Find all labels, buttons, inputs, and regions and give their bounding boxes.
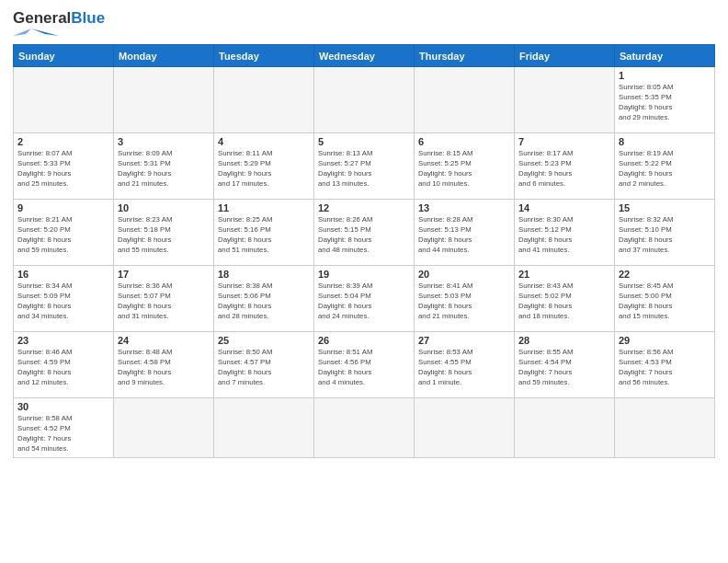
calendar-cell (114, 67, 214, 133)
day-number: 17 (118, 269, 210, 280)
header: GeneralBlue (13, 9, 715, 39)
day-number: 4 (218, 136, 310, 147)
day-info: Sunrise: 8:21 AM Sunset: 5:20 PM Dayligh… (17, 215, 109, 256)
day-number: 5 (318, 136, 410, 147)
page: GeneralBlue Sunday Monday Tuesday Wednes… (0, 0, 728, 563)
day-number: 26 (318, 335, 410, 346)
calendar-cell (615, 398, 715, 458)
day-info: Sunrise: 8:48 AM Sunset: 4:58 PM Dayligh… (118, 348, 210, 388)
day-info: Sunrise: 8:45 AM Sunset: 5:00 PM Dayligh… (619, 282, 711, 322)
day-number: 11 (218, 202, 310, 213)
col-friday: Friday (515, 45, 615, 67)
day-info: Sunrise: 8:41 AM Sunset: 5:03 PM Dayligh… (418, 282, 510, 322)
calendar-cell: 13Sunrise: 8:28 AM Sunset: 5:13 PM Dayli… (415, 200, 515, 266)
calendar-cell: 1Sunrise: 8:05 AM Sunset: 5:35 PM Daylig… (615, 67, 715, 133)
day-number: 18 (218, 269, 310, 280)
calendar-cell: 29Sunrise: 8:56 AM Sunset: 4:53 PM Dayli… (615, 332, 715, 398)
day-info: Sunrise: 8:26 AM Sunset: 5:15 PM Dayligh… (318, 215, 410, 256)
calendar-cell: 22Sunrise: 8:45 AM Sunset: 5:00 PM Dayli… (615, 266, 715, 332)
day-info: Sunrise: 8:34 AM Sunset: 5:09 PM Dayligh… (17, 282, 109, 322)
day-number: 20 (418, 269, 510, 280)
calendar-cell (314, 398, 415, 458)
day-info: Sunrise: 8:32 AM Sunset: 5:10 PM Dayligh… (619, 215, 711, 256)
day-number: 30 (17, 401, 109, 412)
calendar-cell: 9Sunrise: 8:21 AM Sunset: 5:20 PM Daylig… (14, 200, 114, 266)
day-number: 27 (418, 335, 510, 346)
day-info: Sunrise: 8:38 AM Sunset: 5:06 PM Dayligh… (218, 282, 310, 322)
col-sunday: Sunday (14, 45, 114, 67)
day-info: Sunrise: 8:55 AM Sunset: 4:54 PM Dayligh… (518, 348, 610, 388)
day-info: Sunrise: 8:51 AM Sunset: 4:56 PM Dayligh… (318, 348, 410, 388)
day-number: 29 (619, 335, 711, 346)
day-number: 2 (17, 136, 109, 147)
calendar-cell (14, 67, 114, 133)
calendar-cell: 21Sunrise: 8:43 AM Sunset: 5:02 PM Dayli… (515, 266, 615, 332)
col-saturday: Saturday (615, 45, 715, 67)
day-number: 16 (17, 269, 109, 280)
calendar-cell: 16Sunrise: 8:34 AM Sunset: 5:09 PM Dayli… (14, 266, 114, 332)
calendar-cell: 12Sunrise: 8:26 AM Sunset: 5:15 PM Dayli… (314, 200, 415, 266)
day-info: Sunrise: 8:17 AM Sunset: 5:23 PM Dayligh… (518, 149, 610, 190)
calendar-cell: 14Sunrise: 8:30 AM Sunset: 5:12 PM Dayli… (515, 200, 615, 266)
day-info: Sunrise: 8:13 AM Sunset: 5:27 PM Dayligh… (318, 149, 410, 190)
day-number: 23 (17, 335, 109, 346)
calendar-cell: 11Sunrise: 8:25 AM Sunset: 5:16 PM Dayli… (214, 200, 314, 266)
day-info: Sunrise: 8:36 AM Sunset: 5:07 PM Dayligh… (118, 282, 210, 322)
calendar-table: Sunday Monday Tuesday Wednesday Thursday… (13, 44, 715, 458)
calendar-cell: 6Sunrise: 8:15 AM Sunset: 5:25 PM Daylig… (415, 133, 515, 200)
calendar-cell (214, 67, 314, 133)
calendar-cell: 5Sunrise: 8:13 AM Sunset: 5:27 PM Daylig… (314, 133, 415, 200)
day-number: 14 (518, 202, 610, 213)
day-info: Sunrise: 8:50 AM Sunset: 4:57 PM Dayligh… (218, 348, 310, 388)
day-info: Sunrise: 8:07 AM Sunset: 5:33 PM Dayligh… (17, 149, 109, 190)
day-info: Sunrise: 8:53 AM Sunset: 4:55 PM Dayligh… (418, 348, 510, 388)
day-info: Sunrise: 8:39 AM Sunset: 5:04 PM Dayligh… (318, 282, 410, 322)
col-tuesday: Tuesday (214, 45, 314, 67)
calendar-cell: 8Sunrise: 8:19 AM Sunset: 5:22 PM Daylig… (615, 133, 715, 200)
calendar-cell: 27Sunrise: 8:53 AM Sunset: 4:55 PM Dayli… (415, 332, 515, 398)
calendar-cell: 15Sunrise: 8:32 AM Sunset: 5:10 PM Dayli… (615, 200, 715, 266)
calendar-cell (114, 398, 214, 458)
logo-general: General (13, 9, 71, 28)
day-number: 9 (17, 202, 109, 213)
day-info: Sunrise: 8:30 AM Sunset: 5:12 PM Dayligh… (518, 215, 610, 256)
day-number: 25 (218, 335, 310, 346)
calendar-cell: 10Sunrise: 8:23 AM Sunset: 5:18 PM Dayli… (114, 200, 214, 266)
calendar-cell (515, 67, 615, 133)
day-number: 22 (619, 269, 711, 280)
calendar-cell: 26Sunrise: 8:51 AM Sunset: 4:56 PM Dayli… (314, 332, 415, 398)
col-monday: Monday (114, 45, 214, 67)
calendar-cell: 24Sunrise: 8:48 AM Sunset: 4:58 PM Dayli… (114, 332, 214, 398)
calendar-cell (515, 398, 615, 458)
day-info: Sunrise: 8:15 AM Sunset: 5:25 PM Dayligh… (418, 149, 510, 190)
logo-bird-icon (13, 28, 59, 39)
logo-blue: Blue (71, 9, 105, 28)
day-number: 7 (518, 136, 610, 147)
svg-marker-1 (13, 29, 31, 36)
calendar-cell (314, 67, 415, 133)
calendar-cell: 3Sunrise: 8:09 AM Sunset: 5:31 PM Daylig… (114, 133, 214, 200)
calendar-cell: 25Sunrise: 8:50 AM Sunset: 4:57 PM Dayli… (214, 332, 314, 398)
day-info: Sunrise: 8:11 AM Sunset: 5:29 PM Dayligh… (218, 149, 310, 190)
calendar-cell: 23Sunrise: 8:46 AM Sunset: 4:59 PM Dayli… (14, 332, 114, 398)
calendar-cell: 17Sunrise: 8:36 AM Sunset: 5:07 PM Dayli… (114, 266, 214, 332)
day-info: Sunrise: 8:46 AM Sunset: 4:59 PM Dayligh… (17, 348, 109, 388)
day-number: 24 (118, 335, 210, 346)
day-number: 19 (318, 269, 410, 280)
calendar-cell (415, 398, 515, 458)
svg-marker-0 (31, 29, 59, 36)
calendar-cell: 7Sunrise: 8:17 AM Sunset: 5:23 PM Daylig… (515, 133, 615, 200)
day-info: Sunrise: 8:25 AM Sunset: 5:16 PM Dayligh… (218, 215, 310, 256)
day-info: Sunrise: 8:19 AM Sunset: 5:22 PM Dayligh… (619, 149, 711, 190)
calendar-cell: 20Sunrise: 8:41 AM Sunset: 5:03 PM Dayli… (415, 266, 515, 332)
day-info: Sunrise: 8:28 AM Sunset: 5:13 PM Dayligh… (418, 215, 510, 256)
logo-area: GeneralBlue (13, 9, 105, 39)
day-info: Sunrise: 8:09 AM Sunset: 5:31 PM Dayligh… (118, 149, 210, 190)
calendar-cell: 28Sunrise: 8:55 AM Sunset: 4:54 PM Dayli… (515, 332, 615, 398)
calendar-cell: 4Sunrise: 8:11 AM Sunset: 5:29 PM Daylig… (214, 133, 314, 200)
day-number: 3 (118, 136, 210, 147)
col-wednesday: Wednesday (314, 45, 415, 67)
calendar-cell: 2Sunrise: 8:07 AM Sunset: 5:33 PM Daylig… (14, 133, 114, 200)
calendar-cell: 30Sunrise: 8:58 AM Sunset: 4:52 PM Dayli… (14, 398, 114, 458)
day-number: 28 (518, 335, 610, 346)
